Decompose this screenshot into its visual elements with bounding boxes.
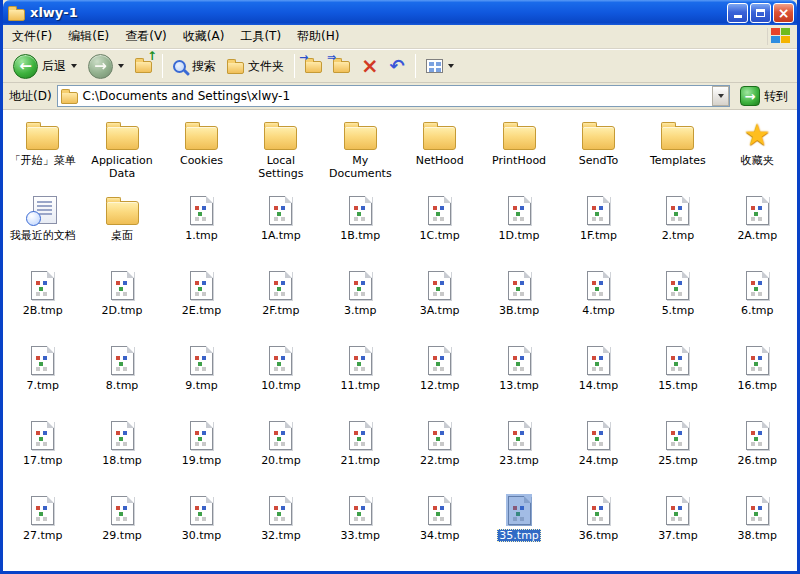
file-item[interactable]: 2A.tmp (718, 193, 797, 268)
back-button[interactable]: ← 后退 (9, 52, 81, 81)
file-item[interactable]: 桌面 (82, 193, 161, 268)
file-item[interactable]: 19.tmp (162, 418, 241, 493)
file-item[interactable]: SendTo (559, 118, 638, 193)
file-item[interactable]: 3A.tmp (400, 268, 479, 343)
file-item[interactable]: 2.tmp (638, 193, 717, 268)
file-item[interactable]: Local Settings (241, 118, 320, 193)
minimize-button[interactable] (727, 3, 748, 23)
file-item[interactable]: 1C.tmp (400, 193, 479, 268)
file-item[interactable]: 18.tmp (82, 418, 161, 493)
menu-view[interactable]: 查看(V) (117, 24, 175, 49)
file-item[interactable]: 25.tmp (638, 418, 717, 493)
folder-content-area[interactable]: 「开始」菜单 Application Data Cookies Local Se… (3, 110, 797, 571)
document-icon (349, 421, 372, 450)
file-item[interactable]: 4.tmp (559, 268, 638, 343)
menu-help[interactable]: 帮助(H) (289, 24, 347, 49)
file-item[interactable]: NetHood (400, 118, 479, 193)
folder-icon (423, 126, 456, 150)
file-label: 1A.tmp (259, 229, 303, 242)
file-item[interactable]: 22.tmp (400, 418, 479, 493)
file-item[interactable]: 13.tmp (479, 343, 558, 418)
file-item[interactable]: 2B.tmp (3, 268, 82, 343)
file-item[interactable]: 24.tmp (559, 418, 638, 493)
file-item[interactable]: 30.tmp (162, 493, 241, 568)
file-item[interactable]: 26.tmp (718, 418, 797, 493)
file-item[interactable]: 我最近的文档 (3, 193, 82, 268)
file-item[interactable]: 1.tmp (162, 193, 241, 268)
forward-dropdown-caret[interactable] (118, 64, 124, 68)
search-button[interactable]: 搜索 (169, 56, 220, 77)
file-item[interactable]: PrintHood (479, 118, 558, 193)
file-item[interactable]: 2D.tmp (82, 268, 161, 343)
file-item[interactable]: Cookies (162, 118, 241, 193)
address-input[interactable]: C:\Documents and Settings\xlwy-1 (57, 85, 730, 107)
delete-button[interactable]: × (357, 54, 383, 78)
document-icon (746, 346, 769, 375)
menu-edit[interactable]: 编辑(E) (60, 24, 117, 49)
file-item[interactable]: Templates (638, 118, 717, 193)
up-button[interactable]: ↑ (131, 55, 156, 78)
file-item[interactable]: 2F.tmp (241, 268, 320, 343)
file-item[interactable]: 3.tmp (321, 268, 400, 343)
file-item[interactable]: 1F.tmp (559, 193, 638, 268)
folders-button[interactable]: 文件夹 (223, 56, 288, 77)
file-item[interactable]: 37.tmp (638, 493, 717, 568)
document-icon (666, 271, 689, 300)
file-item[interactable]: 6.tmp (718, 268, 797, 343)
menu-tools[interactable]: 工具(T) (232, 24, 289, 49)
views-button[interactable] (422, 57, 458, 75)
file-item[interactable]: 2E.tmp (162, 268, 241, 343)
file-item[interactable]: 1B.tmp (321, 193, 400, 268)
file-item[interactable]: 10.tmp (241, 343, 320, 418)
file-item[interactable]: 34.tmp (400, 493, 479, 568)
file-item[interactable]: 9.tmp (162, 343, 241, 418)
views-dropdown-caret[interactable] (448, 64, 454, 68)
file-label: 2D.tmp (100, 304, 145, 317)
go-button[interactable]: → 转到 (735, 86, 793, 106)
file-item[interactable]: 29.tmp (82, 493, 161, 568)
move-to-button[interactable]: → (301, 55, 326, 78)
file-item[interactable]: 5.tmp (638, 268, 717, 343)
file-item[interactable]: 32.tmp (241, 493, 320, 568)
close-button[interactable]: × (773, 3, 794, 23)
file-item[interactable]: 27.tmp (3, 493, 82, 568)
file-label: 1C.tmp (418, 229, 462, 242)
folder-icon (661, 126, 694, 150)
toolbar-separator (294, 54, 295, 78)
file-label: 15.tmp (656, 379, 700, 392)
file-item[interactable]: 16.tmp (718, 343, 797, 418)
file-item[interactable]: 15.tmp (638, 343, 717, 418)
file-item[interactable]: 1A.tmp (241, 193, 320, 268)
undo-button[interactable]: ↶ (386, 55, 409, 77)
file-item[interactable]: 12.tmp (400, 343, 479, 418)
menu-favorites[interactable]: 收藏(A) (175, 24, 233, 49)
file-item[interactable]: 36.tmp (559, 493, 638, 568)
file-item[interactable]: 21.tmp (321, 418, 400, 493)
file-label: 37.tmp (656, 529, 700, 542)
file-item[interactable]: Application Data (82, 118, 161, 193)
title-bar[interactable]: xlwy-1 × (3, 0, 797, 25)
file-item[interactable]: 33.tmp (321, 493, 400, 568)
back-label: 后退 (42, 58, 66, 75)
file-item[interactable]: 38.tmp (718, 493, 797, 568)
file-item[interactable]: 8.tmp (82, 343, 161, 418)
file-item[interactable]: 23.tmp (479, 418, 558, 493)
menu-file[interactable]: 文件(F) (4, 24, 60, 49)
file-item[interactable]: 17.tmp (3, 418, 82, 493)
file-item[interactable]: ★ 收藏夹 (718, 118, 797, 193)
file-item[interactable]: 3B.tmp (479, 268, 558, 343)
document-icon (269, 421, 292, 450)
file-item[interactable]: 「开始」菜单 (3, 118, 82, 193)
back-dropdown-caret[interactable] (71, 64, 77, 68)
file-item[interactable]: 14.tmp (559, 343, 638, 418)
address-dropdown-button[interactable] (712, 86, 729, 106)
maximize-button[interactable] (750, 3, 771, 23)
file-item[interactable]: 35.tmp (479, 493, 558, 568)
file-item[interactable]: My Documents (321, 118, 400, 193)
file-item[interactable]: 20.tmp (241, 418, 320, 493)
file-item[interactable]: 11.tmp (321, 343, 400, 418)
file-item[interactable]: 7.tmp (3, 343, 82, 418)
copy-to-button[interactable]: ⇒ (329, 55, 354, 78)
file-item[interactable]: 1D.tmp (479, 193, 558, 268)
forward-button[interactable]: → (84, 52, 128, 81)
